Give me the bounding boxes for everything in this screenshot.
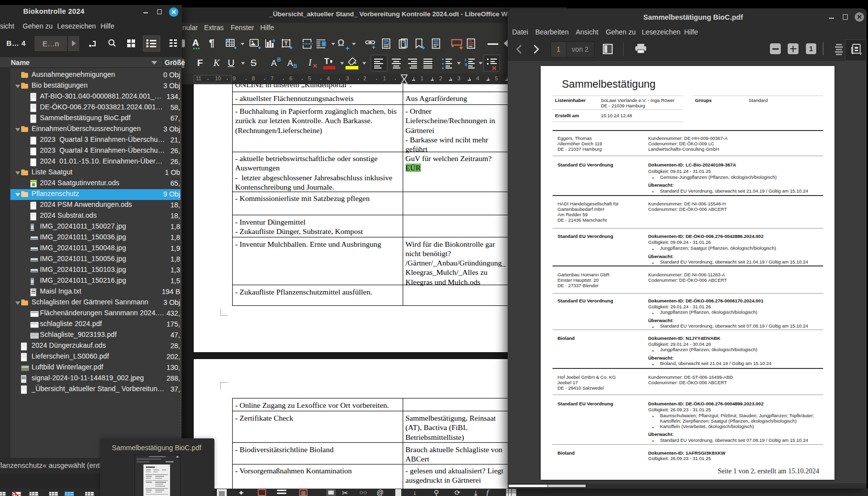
svg-text:T: T: [284, 40, 288, 46]
svg-text:1: 1: [387, 40, 389, 45]
svg-text:i: i: [406, 44, 407, 50]
